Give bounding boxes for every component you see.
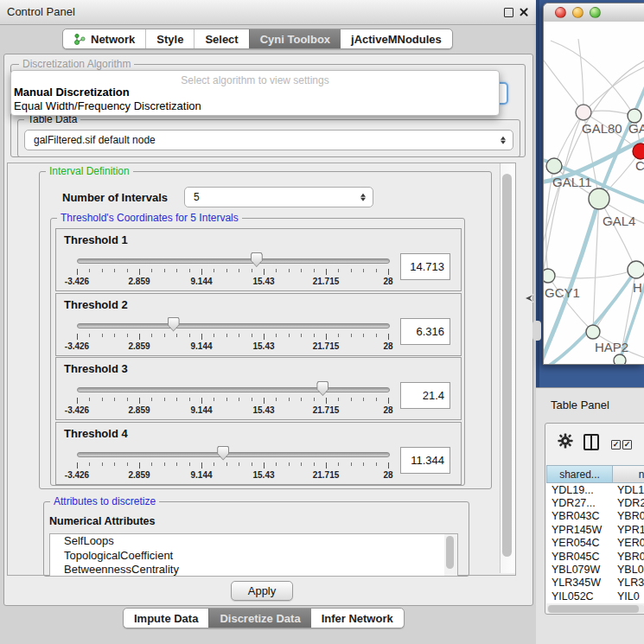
- attribute-list-item[interactable]: TopologicalCoefficient: [50, 549, 445, 564]
- tick-label: 21.715: [313, 277, 340, 286]
- table-data-combobox[interactable]: galFiltered.sif default node: [24, 130, 513, 150]
- slider-major-ticks: [77, 269, 389, 275]
- network-node[interactable]: [614, 354, 626, 364]
- network-edge[interactable]: [548, 270, 636, 278]
- panel-title: Control Panel: [7, 0, 75, 24]
- tab-network[interactable]: Network: [63, 29, 145, 48]
- tab-label: Network: [91, 33, 135, 46]
- network-edge[interactable]: [554, 112, 583, 166]
- attribute-list-item[interactable]: BetweennessCentrality: [50, 563, 445, 577]
- table-row[interactable]: YER054C YER0: [546, 537, 644, 550]
- column-layout-icon[interactable]: [583, 434, 599, 450]
- tab-infer-network[interactable]: Infer Network: [311, 609, 404, 628]
- network-edge[interactable]: [544, 51, 583, 112]
- close-traffic-light-icon[interactable]: [555, 7, 566, 18]
- float-window-icon[interactable]: [504, 8, 513, 17]
- tab-impute-data[interactable]: Impute Data: [124, 609, 208, 628]
- network-edge[interactable]: [578, 39, 583, 112]
- number-of-intervals-combobox[interactable]: 5: [184, 187, 373, 207]
- threshold-value-field[interactable]: 6.316: [400, 318, 450, 345]
- network-node[interactable]: [633, 143, 644, 159]
- numerical-attributes-list[interactable]: SelfLoopsTopologicalCoefficientBetweenne…: [49, 533, 446, 577]
- tab-select[interactable]: Select: [194, 29, 248, 48]
- table-row[interactable]: YBL079W YBL0: [546, 563, 644, 576]
- threshold-slider-track[interactable]: [77, 258, 390, 264]
- cell-name: YIL0: [613, 590, 640, 603]
- checkbox-icon[interactable]: ✓: [622, 440, 632, 450]
- tick-label: -3.426: [65, 341, 89, 351]
- apply-button[interactable]: Apply: [231, 581, 293, 601]
- combo-stepper-icon: [500, 135, 507, 146]
- network-node[interactable]: [576, 105, 591, 120]
- cell-shared-name: YBR045C: [546, 551, 613, 563]
- threshold-slider-track[interactable]: [77, 387, 390, 392]
- threshold-label: Threshold 4: [64, 427, 128, 440]
- tab-label: Style: [156, 33, 183, 46]
- table-row[interactable]: YIL052C YIL0: [546, 590, 644, 603]
- network-edge-thick[interactable]: [599, 80, 644, 199]
- table-row[interactable]: YLR345W YLR3: [546, 577, 644, 590]
- tab-style[interactable]: Style: [145, 29, 194, 48]
- divider-grip[interactable]: [532, 321, 541, 341]
- threshold-value-field[interactable]: 21.4: [400, 382, 450, 409]
- scrollbar-thumb[interactable]: [502, 174, 512, 557]
- slider-major-ticks: [77, 334, 389, 340]
- table-row[interactable]: YBR045C YBR0: [546, 550, 644, 563]
- table-row[interactable]: YBR043C YBR0: [546, 510, 644, 523]
- horizontal-scrollbar[interactable]: [547, 605, 644, 613]
- threshold-value-field[interactable]: 11.344: [400, 447, 450, 474]
- top-tabs-segmented: Network Style Select Cyni Toolbox jActiv…: [62, 29, 453, 49]
- network-node[interactable]: [544, 269, 555, 283]
- threshold-value-field[interactable]: 14.713: [400, 253, 450, 280]
- zoom-traffic-light-icon[interactable]: [590, 7, 601, 18]
- table-rows[interactable]: YDL19... YDL1 YDR27... YDR2 YBR043C YBR0…: [546, 483, 644, 603]
- threshold-label: Threshold 1: [64, 233, 128, 246]
- cell-shared-name: YIL052C: [546, 590, 613, 603]
- window-titlebar[interactable]: [544, 3, 644, 22]
- network-edge[interactable]: [551, 41, 634, 116]
- dropdown-option-manual[interactable]: Manual Discretization: [14, 86, 130, 99]
- network-node[interactable]: [586, 325, 600, 339]
- attributes-group-label: Attributes to discretize: [50, 496, 159, 507]
- column-header-name[interactable]: na: [613, 465, 644, 483]
- scrollbar-thumb[interactable]: [548, 605, 639, 613]
- tick-label: 9.144: [190, 277, 212, 286]
- attributes-list-scrollbar[interactable]: [444, 533, 458, 577]
- network-node[interactable]: [589, 188, 609, 209]
- cell-shared-name: YBL079W: [546, 564, 613, 576]
- scrollbar-thumb[interactable]: [446, 536, 454, 569]
- threshold-slider-track[interactable]: [77, 452, 390, 457]
- gear-icon[interactable]: [558, 433, 573, 449]
- tab-jactivemnodules[interactable]: jActiveMNodules: [341, 29, 452, 48]
- attribute-list-item[interactable]: SelfLoops: [50, 534, 445, 549]
- vertical-scrollbar[interactable]: [500, 163, 515, 573]
- threshold-slider-thumb[interactable]: [168, 317, 180, 332]
- cell-shared-name: YER054C: [546, 537, 613, 549]
- close-icon[interactable]: [519, 7, 529, 17]
- cell-name: YPR1: [613, 524, 644, 536]
- threshold-slider-thumb[interactable]: [316, 381, 328, 396]
- table-data-selected: galFiltered.sif default node: [34, 131, 156, 150]
- network-node[interactable]: [628, 261, 644, 278]
- table-row[interactable]: YDL19... YDL1: [546, 483, 644, 496]
- table-row[interactable]: YPR145W YPR1: [546, 523, 644, 536]
- tab-cyni-toolbox[interactable]: Cyni Toolbox: [249, 29, 341, 48]
- checkbox-icon[interactable]: ✓: [611, 440, 621, 450]
- tab-label: Select: [205, 33, 238, 46]
- tick-label: 2.859: [128, 405, 150, 415]
- column-header-shared-name[interactable]: shared...: [546, 465, 613, 483]
- threshold-slider-track[interactable]: [77, 323, 390, 328]
- table-browser: ✓ ✓ shared... na YDL19... YDL1 YDR27... …: [545, 423, 644, 615]
- minimize-traffic-light-icon[interactable]: [572, 7, 583, 18]
- network-node[interactable]: [546, 158, 562, 174]
- tab-label: Discretize Data: [220, 612, 300, 625]
- tab-discretize-data[interactable]: Discretize Data: [208, 609, 310, 628]
- tick-label: -3.426: [65, 470, 89, 480]
- table-row[interactable]: YDR27... YDR2: [546, 496, 644, 509]
- network-graph-canvas[interactable]: GAL80GALCGAL11GAL4GCY1HHAP2: [544, 22, 644, 364]
- network-node-label: GAL11: [552, 175, 592, 189]
- threshold-slider-thumb[interactable]: [217, 446, 229, 461]
- threshold-slider-thumb[interactable]: [251, 252, 263, 267]
- network-node-label: GAL4: [603, 214, 635, 228]
- dropdown-option-equal-width[interactable]: Equal Width/Frequency Discretization: [14, 99, 201, 112]
